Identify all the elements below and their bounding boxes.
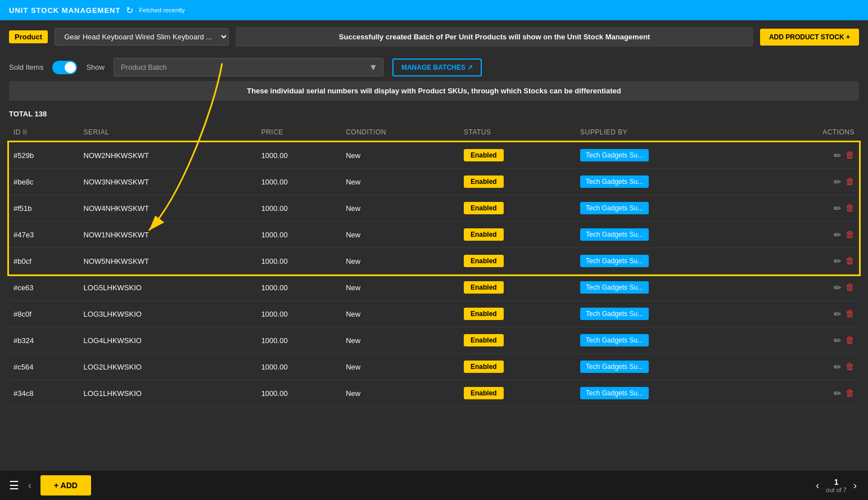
- col-supplier: SUPPLIED BY: [576, 123, 761, 142]
- cell-price: 1000.00: [257, 222, 342, 248]
- cell-id: #8c0f: [9, 301, 79, 327]
- pagination-prev-button[interactable]: ‹: [813, 478, 821, 494]
- cell-serial: NOW4NHKWSKWT: [79, 195, 257, 222]
- cell-price: 1000.00: [257, 248, 342, 274]
- col-actions: ACTIONS: [761, 123, 859, 142]
- stock-table-container: ID ⎘ SERIAL PRICE CONDITION STATUS SUPPL…: [0, 123, 868, 471]
- top-bar: UNIT STOCK MANAGEMENT ↻ Fetched recently: [0, 0, 868, 20]
- cell-supplier: Tech Gadgets Su...: [576, 248, 761, 274]
- cell-actions: ✏ 🗑: [761, 274, 859, 301]
- col-id: ID ⎘: [9, 123, 79, 142]
- cell-actions: ✏ 🗑: [761, 195, 859, 222]
- edit-button[interactable]: ✏: [834, 256, 841, 267]
- delete-button[interactable]: 🗑: [846, 150, 855, 160]
- cell-serial: NOW3NHKWSKWT: [79, 169, 257, 195]
- table-row: #c564 LOG2LHKWSKIO 1000.00 New Enabled T…: [9, 354, 859, 380]
- delete-button[interactable]: 🗑: [846, 335, 855, 345]
- add-button[interactable]: + ADD: [40, 475, 91, 496]
- app-title: UNIT STOCK MANAGEMENT: [9, 6, 120, 15]
- cell-actions: ✏ 🗑: [761, 142, 859, 169]
- copy-icon: ⎘: [23, 128, 28, 136]
- cell-id: #529b: [9, 142, 79, 169]
- cell-actions: ✏ 🗑: [761, 380, 859, 407]
- cell-status: Enabled: [459, 327, 576, 354]
- delete-button[interactable]: 🗑: [846, 362, 855, 372]
- bottom-bar: ☰ ‹ + ADD ‹ 1 out of 7 ›: [0, 471, 868, 500]
- edit-button[interactable]: ✏: [834, 362, 841, 372]
- delete-button[interactable]: 🗑: [846, 229, 855, 240]
- edit-button[interactable]: ✏: [834, 150, 841, 161]
- cell-condition: New: [341, 274, 459, 301]
- edit-button[interactable]: ✏: [834, 309, 841, 319]
- hamburger-menu-icon[interactable]: ☰: [9, 479, 19, 492]
- delete-button[interactable]: 🗑: [846, 282, 855, 292]
- cell-supplier: Tech Gadgets Su...: [576, 301, 761, 327]
- cell-condition: New: [341, 248, 459, 274]
- table-row: #34c8 LOG1LHKWSKIO 1000.00 New Enabled T…: [9, 380, 859, 407]
- cell-id: #c564: [9, 354, 79, 380]
- batch-select[interactable]: Product Batch: [114, 58, 383, 76]
- product-select[interactable]: Gear Head Keyboard Wired Slim Keyboard .…: [55, 28, 229, 46]
- info-banner-1: Successfully created Batch of Per Unit P…: [236, 27, 753, 47]
- cell-supplier: Tech Gadgets Su...: [576, 327, 761, 354]
- highlighted-rows-group: #529b NOW2NHKWSKWT 1000.00 New Enabled T…: [9, 142, 859, 274]
- back-button[interactable]: ‹: [28, 480, 31, 492]
- edit-button[interactable]: ✏: [834, 388, 841, 399]
- delete-button[interactable]: 🗑: [846, 177, 855, 187]
- cell-condition: New: [341, 169, 459, 195]
- cell-id: #b0cf: [9, 248, 79, 274]
- cell-actions: ✏ 🗑: [761, 248, 859, 274]
- fetch-status: Fetched recently: [139, 7, 184, 13]
- cell-id: #f51b: [9, 195, 79, 222]
- cell-condition: New: [341, 354, 459, 380]
- delete-button[interactable]: 🗑: [846, 309, 855, 319]
- cell-serial: LOG4LHKWSKIO: [79, 327, 257, 354]
- cell-condition: New: [341, 380, 459, 407]
- add-product-stock-button[interactable]: ADD PRODUCT STOCK +: [760, 29, 859, 46]
- cell-serial: LOG5LHKWSKIO: [79, 274, 257, 301]
- edit-button[interactable]: ✏: [834, 229, 841, 240]
- cell-price: 1000.00: [257, 354, 342, 380]
- delete-button[interactable]: 🗑: [846, 203, 855, 213]
- info-banner-2: These individual serial numbers will dis…: [9, 81, 859, 101]
- col-price: PRICE: [257, 123, 342, 142]
- cell-id: #47e3: [9, 222, 79, 248]
- cell-serial: LOG2LHKWSKIO: [79, 354, 257, 380]
- product-label: Product: [9, 30, 48, 43]
- cell-condition: New: [341, 222, 459, 248]
- cell-actions: ✏ 🗑: [761, 354, 859, 380]
- cell-price: 1000.00: [257, 142, 342, 169]
- col-condition: CONDITION: [341, 123, 459, 142]
- cell-serial: LOG1LHKWSKIO: [79, 380, 257, 407]
- sold-items-toggle[interactable]: [52, 61, 77, 74]
- delete-button[interactable]: 🗑: [846, 256, 855, 266]
- cell-id: #b324: [9, 327, 79, 354]
- cell-supplier: Tech Gadgets Su...: [576, 354, 761, 380]
- manage-batches-button[interactable]: MANAGE BATCHES ↗: [392, 58, 482, 76]
- cell-supplier: Tech Gadgets Su...: [576, 274, 761, 301]
- cell-serial: NOW5NHKWSKWT: [79, 248, 257, 274]
- delete-button[interactable]: 🗑: [846, 388, 855, 398]
- pagination-next-button[interactable]: ›: [851, 478, 859, 494]
- cell-condition: New: [341, 301, 459, 327]
- table-row-highlighted: #b0cf NOW5NHKWSKWT 1000.00 New Enabled T…: [9, 248, 859, 274]
- col-serial: SERIAL: [79, 123, 257, 142]
- cell-actions: ✏ 🗑: [761, 301, 859, 327]
- edit-button[interactable]: ✏: [834, 335, 841, 346]
- cell-status: Enabled: [459, 142, 576, 169]
- table-row-highlighted: #529b NOW2NHKWSKWT 1000.00 New Enabled T…: [9, 142, 859, 169]
- cell-supplier: Tech Gadgets Su...: [576, 380, 761, 407]
- refresh-icon[interactable]: ↻: [126, 5, 133, 16]
- cell-price: 1000.00: [257, 195, 342, 222]
- table-row-highlighted: #f51b NOW4NHKWSKWT 1000.00 New Enabled T…: [9, 195, 859, 222]
- edit-button[interactable]: ✏: [834, 203, 841, 214]
- cell-serial: NOW2NHKWSKWT: [79, 142, 257, 169]
- cell-price: 1000.00: [257, 327, 342, 354]
- cell-serial: LOG3LHKWSKIO: [79, 301, 257, 327]
- cell-id: #34c8: [9, 380, 79, 407]
- edit-button[interactable]: ✏: [834, 177, 841, 187]
- cell-status: Enabled: [459, 195, 576, 222]
- edit-button[interactable]: ✏: [834, 282, 841, 293]
- cell-supplier: Tech Gadgets Su...: [576, 169, 761, 195]
- table-row: #8c0f LOG3LHKWSKIO 1000.00 New Enabled T…: [9, 301, 859, 327]
